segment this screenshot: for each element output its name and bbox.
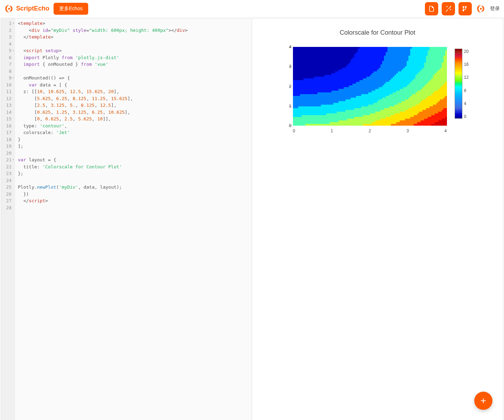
logo-small-icon[interactable] [475, 3, 486, 14]
svg-rect-314 [377, 52, 379, 54]
svg-rect-1385 [403, 73, 405, 75]
svg-rect-3715 [323, 120, 325, 122]
svg-rect-662 [370, 59, 372, 61]
more-echos-button[interactable]: 更多Echos [54, 3, 88, 15]
svg-rect-891 [309, 64, 311, 66]
svg-rect-492 [380, 56, 383, 58]
svg-rect-2595 [365, 98, 367, 100]
svg-rect-642 [335, 59, 337, 61]
svg-rect-3747 [379, 120, 381, 122]
svg-rect-3053 [396, 106, 398, 108]
svg-rect-3178 [307, 110, 309, 112]
svg-rect-474 [349, 56, 351, 58]
svg-rect-1766 [300, 82, 302, 84]
svg-rect-3171 [295, 110, 297, 112]
svg-rect-1669 [438, 78, 440, 80]
brand-logo[interactable]: ScriptEcho [4, 4, 49, 14]
svg-rect-2826 [307, 103, 309, 105]
svg-rect-189 [312, 50, 314, 52]
login-link[interactable]: 登录 [490, 6, 500, 12]
svg-rect-648 [345, 59, 348, 61]
svg-rect-113 [333, 49, 335, 51]
svg-rect-3920 [373, 124, 376, 126]
contour-plot[interactable] [293, 47, 447, 126]
svg-rect-1771 [309, 82, 311, 84]
svg-rect-2130 [321, 89, 323, 91]
svg-rect-1972 [352, 85, 355, 88]
svg-rect-1181 [354, 70, 356, 72]
svg-rect-172 [436, 49, 439, 51]
svg-rect-3714 [321, 120, 323, 122]
svg-rect-1490 [433, 75, 435, 77]
svg-rect-831 [358, 63, 360, 65]
svg-rect-713 [305, 61, 307, 63]
svg-rect-3588 [408, 117, 411, 119]
svg-rect-1447 [358, 75, 360, 77]
svg-rect-971 [295, 66, 297, 68]
svg-rect-2163 [379, 89, 381, 91]
svg-rect-3597 [424, 117, 426, 119]
svg-rect-980 [310, 66, 313, 68]
svg-rect-3612 [296, 119, 299, 121]
svg-rect-2413 [354, 94, 356, 96]
svg-rect-198 [328, 50, 330, 52]
svg-rect-1892 [366, 84, 369, 86]
magic-wand-icon-button[interactable] [442, 2, 455, 15]
svg-rect-2010 [419, 85, 421, 88]
svg-rect-3281 [333, 112, 335, 114]
svg-rect-2540 [422, 96, 425, 98]
svg-rect-1527 [344, 77, 346, 79]
svg-rect-1498 [293, 77, 295, 79]
document-icon-button[interactable] [425, 2, 438, 15]
svg-rect-1803 [365, 82, 367, 84]
svg-rect-2761 [347, 101, 349, 103]
svg-rect-861 [410, 63, 412, 65]
svg-rect-1666 [433, 78, 435, 80]
svg-rect-2506 [363, 96, 365, 98]
svg-rect-367 [316, 54, 318, 56]
svg-rect-527 [442, 56, 444, 58]
svg-rect-2894 [426, 103, 428, 105]
svg-rect-1714 [363, 80, 365, 82]
svg-rect-1143 [442, 68, 444, 70]
svg-rect-71 [414, 47, 416, 49]
svg-rect-479 [358, 56, 360, 58]
svg-rect-57 [389, 47, 391, 49]
svg-rect-3600 [429, 117, 432, 119]
svg-rect-2722 [433, 99, 435, 102]
svg-rect-2855 [358, 103, 360, 105]
branch-icon-button[interactable] [458, 2, 472, 15]
svg-rect-3780 [436, 120, 439, 122]
svg-rect-660 [366, 59, 369, 61]
code-editor[interactable]: <template> <div id="myDiv" style="width:… [15, 19, 252, 420]
svg-rect-1054 [440, 66, 442, 68]
svg-rect-2383 [302, 94, 304, 96]
svg-rect-3285 [340, 112, 342, 114]
svg-rect-3394 [377, 113, 379, 115]
svg-rect-2403 [337, 94, 339, 96]
svg-rect-621 [298, 59, 300, 61]
svg-rect-3498 [405, 115, 407, 117]
svg-rect-1090 [349, 68, 351, 70]
svg-rect-3544 [331, 117, 334, 119]
svg-rect-3655 [372, 119, 374, 121]
svg-rect-1577 [431, 77, 433, 79]
svg-rect-186 [307, 50, 309, 52]
svg-rect-3100 [324, 108, 327, 110]
svg-rect-1209 [403, 70, 405, 72]
svg-rect-3279 [330, 112, 332, 114]
svg-rect-257 [431, 50, 433, 52]
svg-rect-2872 [387, 103, 390, 105]
svg-rect-1930 [433, 84, 435, 86]
svg-rect-296 [345, 52, 348, 54]
svg-rect-3101 [326, 108, 328, 110]
svg-rect-3712 [317, 120, 320, 122]
svg-rect-1078 [328, 68, 330, 70]
svg-rect-558 [342, 57, 344, 59]
fab-add-button[interactable]: + [474, 392, 492, 410]
svg-rect-2729 [445, 99, 447, 102]
svg-rect-796 [296, 63, 299, 65]
svg-rect-2839 [330, 103, 332, 105]
svg-rect-331 [407, 52, 409, 54]
svg-rect-3862 [426, 122, 428, 124]
